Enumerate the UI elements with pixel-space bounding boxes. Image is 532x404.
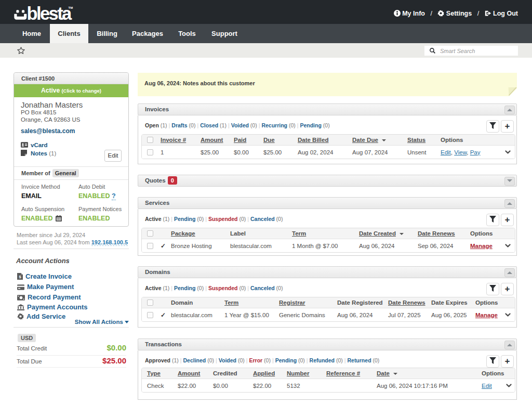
svg-text:blesta: blesta [27,4,73,23]
svg-text:TM: TM [69,6,73,9]
